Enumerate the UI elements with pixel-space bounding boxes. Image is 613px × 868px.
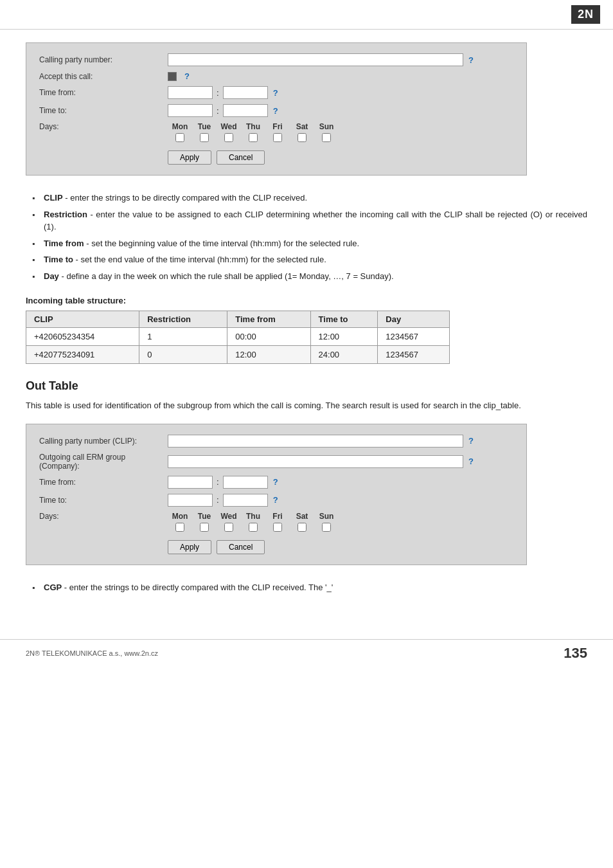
table-row: +420605234354 1 00:00 12:00 1234567 [26,328,450,346]
input-time-to-hh[interactable] [168,104,213,117]
control-time-from-2: : ? [168,476,513,489]
day-checkbox-fri-2[interactable] [265,523,290,534]
col-header-time-from: Time from [227,311,310,328]
desc-clip: - enter the strings to be directly compa… [63,193,308,203]
checkbox-fri-2[interactable] [273,523,282,532]
help-icon-calling-party[interactable]: ? [468,55,474,65]
apply-button-1[interactable]: Apply [168,150,211,165]
day-checkbox-sat-2[interactable] [290,523,314,534]
col-header-clip: CLIP [26,311,139,328]
checkbox-mon-2[interactable] [175,523,184,532]
control-time-to: : ? [168,104,513,117]
help-icon-erm-group[interactable]: ? [468,457,474,466]
day-header-sun: Sun [314,122,339,131]
day-checkbox-sun-1[interactable] [314,133,339,144]
cell-time-from-2: 12:00 [227,346,310,364]
checkbox-thu-2[interactable] [249,523,258,532]
day-header-sat: Sat [290,122,314,131]
cancel-button-2[interactable]: Cancel [217,540,265,554]
help-icon-accept-call[interactable]: ? [184,71,190,81]
day-header-tue: Tue [192,122,217,131]
help-icon-time-to[interactable]: ? [273,106,278,116]
day-checkbox-thu-2[interactable] [241,523,265,534]
list-item-restriction: Restriction - enter the value to be assi… [32,206,587,235]
day-checkbox-sun-2[interactable] [314,523,339,534]
footer-right: 135 [564,645,587,662]
col-header-time-to: Time to [310,311,378,328]
input-erm-group[interactable] [168,455,463,468]
out-table-desc: This table is used for identification of… [26,399,587,412]
checkbox-wed-1[interactable] [224,133,233,142]
day-checkbox-tue-2[interactable] [192,523,217,534]
cell-time-to-2: 24:00 [310,346,378,364]
logo: 2N [571,5,600,24]
cancel-button-1[interactable]: Cancel [217,150,265,165]
day-checkbox-wed-1[interactable] [217,133,241,144]
form-row-time-to-2: Time to: : ? [39,494,513,507]
day-checkbox-wed-2[interactable] [217,523,241,534]
input-time-to-mm[interactable] [223,104,268,117]
checkbox-accept-call[interactable] [168,72,177,81]
day-checkbox-tue-1[interactable] [192,133,217,144]
day-header-mon: Mon [168,122,192,131]
input-time-to-mm-2[interactable] [223,494,268,507]
day-checkbox-fri-1[interactable] [265,133,290,144]
checkbox-sat-1[interactable] [298,133,306,142]
day-checkboxes-1 [168,133,339,144]
bullet-list-2: CGP - enter the strings to be directly c… [32,579,587,596]
term-cgp: CGP [44,583,62,592]
cell-time-from-1: 00:00 [227,328,310,346]
input-time-to-hh-2[interactable] [168,494,213,507]
days-cells-1: Mon Tue Wed Thu Fri Sat Sun [168,122,339,131]
input-time-from-hh-2[interactable] [168,476,213,489]
input-time-from-hh[interactable] [168,86,213,99]
term-time-to: Time to [44,255,73,264]
days-header-row-1: Days: Mon Tue Wed Thu Fri Sat Sun [39,122,513,131]
term-clip: CLIP [44,193,63,203]
apply-button-2[interactable]: Apply [168,540,211,554]
checkbox-sat-2[interactable] [298,523,306,532]
table-row: +420775234091 0 12:00 24:00 1234567 [26,346,450,364]
desc-restriction: - enter the value to be assigned to each… [44,210,587,232]
label-calling-party: Calling party number: [39,55,168,64]
day-header-tue-2: Tue [192,512,217,521]
checkbox-wed-2[interactable] [224,523,233,532]
term-day: Day [44,271,59,281]
days-label-1: Days: [39,122,168,131]
day-checkbox-mon-1[interactable] [168,133,192,144]
day-header-wed-2: Wed [217,512,241,521]
day-checkbox-sat-1[interactable] [290,133,314,144]
checkbox-fri-1[interactable] [273,133,282,142]
label-accept-call: Accept this call: [39,72,168,81]
help-icon-time-to-2[interactable]: ? [273,495,278,505]
day-header-fri-2: Fri [265,512,290,521]
form-row-calling-party-clip: Calling party number (CLIP): ? [39,435,513,448]
help-icon-calling-party-clip[interactable]: ? [468,436,474,446]
control-calling-party-clip: ? [168,435,513,448]
control-accept-call: ? [168,71,513,81]
control-calling-party: ? [168,53,513,66]
checkbox-tue-1[interactable] [200,133,209,142]
input-calling-party-clip[interactable] [168,435,463,448]
btn-row-2: Apply Cancel [39,540,513,554]
help-icon-time-from-2[interactable]: ? [273,477,278,487]
checkbox-mon-1[interactable] [175,133,184,142]
input-time-from-mm[interactable] [223,86,268,99]
day-check-row-2 [39,523,513,534]
checkbox-sun-1[interactable] [322,133,331,142]
footer-left: 2N® TELEKOMUNIKACE a.s., www.2n.cz [26,649,158,657]
help-icon-time-from[interactable]: ? [273,88,278,98]
day-checkboxes-2 [168,523,339,534]
checkbox-tue-2[interactable] [200,523,209,532]
day-header-sat-2: Sat [290,512,314,521]
checkbox-thu-1[interactable] [249,133,258,142]
label-time-to: Time to: [39,106,168,115]
checkbox-sun-2[interactable] [322,523,331,532]
cell-restriction-2: 0 [139,346,227,364]
day-checkbox-mon-2[interactable] [168,523,192,534]
form-row-erm-group: Outgoing call ERM group (Company): ? [39,453,513,471]
input-time-from-mm-2[interactable] [223,476,268,489]
days-cells-2: Mon Tue Wed Thu Fri Sat Sun [168,512,339,521]
day-checkbox-thu-1[interactable] [241,133,265,144]
input-calling-party[interactable] [168,53,463,66]
